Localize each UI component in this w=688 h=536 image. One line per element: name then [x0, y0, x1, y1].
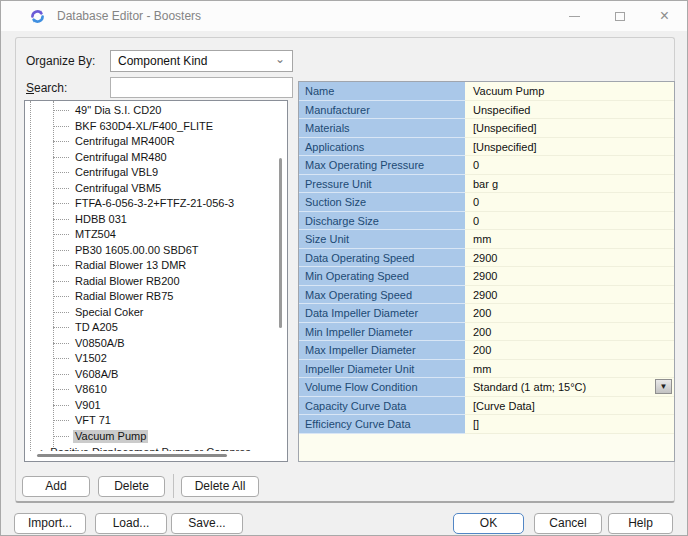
property-row: Data Impeller Diameter200 — [299, 304, 674, 323]
property-name: Volume Flow Condition — [299, 378, 465, 397]
property-name: Applications — [299, 138, 465, 157]
load-button[interactable]: Load... — [95, 513, 167, 534]
component-tree[interactable]: 49" Dia S.I. CD20BKF 630D4-XL/F400_FLITE… — [24, 100, 288, 462]
tree-item[interactable]: FTFA-6-056-3-2+FTFZ-21-056-3 — [25, 196, 279, 212]
minimize-icon — [569, 16, 580, 17]
property-value[interactable]: Standard (1 atm; 15°C)▼ — [465, 378, 674, 397]
property-value[interactable]: [Unspecified] — [465, 138, 674, 157]
minimize-button[interactable] — [552, 1, 597, 31]
maximize-button[interactable] — [597, 1, 642, 31]
tree-connector — [53, 203, 69, 204]
app-sync-icon — [29, 8, 46, 25]
tree-item[interactable]: PB30 1605.00.00 SBD6T — [25, 243, 279, 259]
property-name: Max Operating Speed — [299, 286, 465, 305]
property-value[interactable]: 200 — [465, 304, 674, 323]
property-value[interactable]: [Unspecified] — [465, 119, 674, 138]
search-input[interactable] — [110, 77, 293, 98]
tree-item[interactable]: V608A/B — [25, 367, 279, 383]
help-button[interactable]: Help — [608, 513, 673, 534]
tree-connector — [53, 343, 69, 344]
property-row: Max Impeller Diameter200 — [299, 341, 674, 360]
property-value[interactable]: 0 — [465, 156, 674, 175]
tree-item[interactable]: BKF 630D4-XL/F400_FLITE — [25, 119, 279, 135]
tree-horizontal-scrollbar[interactable] — [26, 451, 286, 460]
save-button[interactable]: Save... — [171, 513, 243, 534]
property-value[interactable]: bar g — [465, 175, 674, 194]
property-value[interactable]: Vacuum Pump — [465, 82, 674, 101]
tree-connector — [53, 234, 69, 235]
tree-item[interactable]: Centrifugal VBM5 — [25, 181, 279, 197]
property-value[interactable]: 0 — [465, 193, 674, 212]
tree-item[interactable]: Vacuum Pump — [25, 429, 279, 445]
tree-item[interactable]: Centrifugal VBL9 — [25, 165, 279, 181]
tree-connector — [53, 250, 69, 251]
ok-button[interactable]: OK — [453, 513, 524, 534]
delete-all-button[interactable]: Delete All — [181, 476, 259, 497]
search-label-rest: earch: — [34, 81, 67, 95]
tree-item[interactable]: TD A205 — [25, 320, 279, 336]
tree-item[interactable]: Special Coker — [25, 305, 279, 321]
tree-item[interactable]: 49" Dia S.I. CD20 — [25, 103, 279, 119]
property-row: Materials[Unspecified] — [299, 119, 674, 138]
tree-item[interactable]: V0850A/B — [25, 336, 279, 352]
property-name: Data Operating Speed — [299, 249, 465, 268]
property-row: Capacity Curve Data[Curve Data] — [299, 397, 674, 416]
property-value[interactable]: 0 — [465, 212, 674, 231]
property-row: Min Impeller Diameter200 — [299, 323, 674, 342]
property-value[interactable]: [] — [465, 415, 674, 434]
import-button[interactable]: Import... — [14, 513, 86, 534]
tree-item[interactable]: V8610 — [25, 382, 279, 398]
tree-item[interactable]: Centrifugal MR400R — [25, 134, 279, 150]
property-grid: NameVacuum PumpManufacturerUnspecifiedMa… — [298, 81, 675, 462]
organize-by-dropdown[interactable]: Component Kind ⌄ — [110, 50, 293, 72]
tree-item[interactable]: MTZ504 — [25, 227, 279, 243]
main-groupbox: Organize By: Component Kind ⌄ Search: 49… — [15, 37, 675, 503]
cancel-button[interactable]: Cancel — [534, 513, 602, 534]
tree-connector — [53, 172, 69, 173]
property-value[interactable]: 2900 — [465, 267, 674, 286]
tree-item-label: Radial Blower RB75 — [73, 290, 175, 303]
delete-button[interactable]: Delete — [98, 476, 165, 497]
tree-item-label: MTZ504 — [73, 228, 118, 241]
tree-item[interactable]: HDBB 031 — [25, 212, 279, 228]
property-row: Volume Flow ConditionStandard (1 atm; 15… — [299, 378, 674, 397]
property-value[interactable]: mm — [465, 360, 674, 379]
property-name: Suction Size — [299, 193, 465, 212]
organize-by-label: Organize By: — [26, 54, 95, 68]
property-name: Materials — [299, 119, 465, 138]
property-value[interactable]: 200 — [465, 323, 674, 342]
tree-item-label: 49" Dia S.I. CD20 — [73, 104, 163, 117]
tree-connector — [53, 281, 69, 282]
tree-item[interactable]: Radial Blower RB200 — [25, 274, 279, 290]
property-value[interactable]: 2900 — [465, 286, 674, 305]
property-value[interactable]: 200 — [465, 341, 674, 360]
tree-item-label: VFT 71 — [73, 414, 113, 427]
property-value[interactable]: mm — [465, 230, 674, 249]
property-row: Discharge Size0 — [299, 212, 674, 231]
tree-item[interactable]: V901 — [25, 398, 279, 414]
property-name: Data Impeller Diameter — [299, 304, 465, 323]
tree-item[interactable]: Radial Blower RB75 — [25, 289, 279, 305]
tree-item[interactable]: V1502 — [25, 351, 279, 367]
tree-item-label: Special Coker — [73, 306, 145, 319]
tree-item-label: Centrifugal VBL9 — [73, 166, 160, 179]
tree-item[interactable]: Centrifugal MR480 — [25, 150, 279, 166]
tree-item[interactable]: Radial Blower 13 DMR — [25, 258, 279, 274]
search-label-accel: S — [26, 81, 34, 95]
dropdown-arrow-button[interactable]: ▼ — [655, 379, 672, 394]
tree-item-label: Centrifugal MR400R — [73, 135, 177, 148]
property-value[interactable]: Unspecified — [465, 101, 674, 120]
tree-vertical-scrollbar[interactable] — [279, 158, 282, 328]
tree-item-label: HDBB 031 — [73, 213, 129, 226]
tree-horizontal-scrollbar-thumb[interactable] — [37, 454, 227, 457]
tree-item-label: Vacuum Pump — [73, 430, 148, 443]
property-name: Size Unit — [299, 230, 465, 249]
add-button[interactable]: Add — [22, 476, 90, 497]
tree-connector — [53, 358, 69, 359]
property-value[interactable]: [Curve Data] — [465, 397, 674, 416]
property-value[interactable]: 2900 — [465, 249, 674, 268]
tree-connector — [53, 374, 69, 375]
tree-item[interactable]: VFT 71 — [25, 413, 279, 429]
tree-item-label: TD A205 — [73, 321, 120, 334]
close-button[interactable]: × — [642, 1, 687, 31]
